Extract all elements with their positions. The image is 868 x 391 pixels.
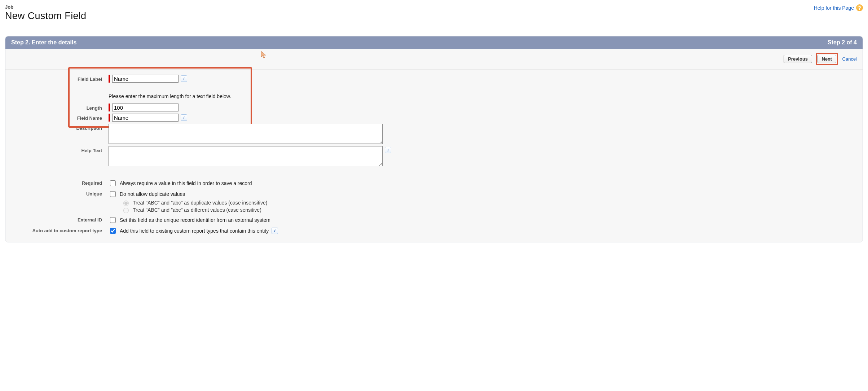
length-input[interactable] [112,104,179,111]
external-id-checkbox[interactable] [110,217,116,223]
unique-label: Unique [11,189,109,197]
unique-text: Do not allow duplicate values [120,191,185,197]
page-header: Job New Custom Field Help for this Page … [5,4,863,22]
cancel-link[interactable]: Cancel [842,56,857,62]
required-bar-icon [109,75,110,83]
wizard-step-header: Step 2. Enter the details Step 2 of 4 [5,36,863,49]
cursor-icon [261,51,267,59]
description-label: Description [11,124,109,131]
required-label: Required [11,179,109,186]
help-text-label: Help Text [11,146,109,153]
unique-cs-text: Treat "ABC" and "abc" as different value… [133,207,261,213]
help-for-page: Help for this Page ? [814,4,863,11]
unique-case-insensitive-radio[interactable] [123,201,129,206]
required-checkbox[interactable] [110,180,116,186]
breadcrumb: Job [5,4,86,10]
help-text-textarea[interactable] [109,146,383,166]
required-text: Always require a value in this field in … [120,180,252,186]
wizard-button-row: Previous Next Cancel [5,49,863,70]
previous-button[interactable]: Previous [784,55,812,63]
field-name-input[interactable] [112,114,179,122]
help-link[interactable]: Help for this Page [814,5,854,11]
unique-checkbox[interactable] [110,191,116,197]
description-textarea[interactable] [109,124,383,144]
unique-ci-text: Treat "ABC" and "abc" as duplicate value… [133,200,267,206]
external-id-text: Set this field as the unique record iden… [120,217,270,223]
auto-add-label: Auto add to custom report type [11,226,109,233]
info-icon[interactable]: i [181,75,187,82]
info-icon[interactable]: i [181,114,187,121]
next-button-highlight: Next [816,53,838,65]
info-icon[interactable]: i [385,147,391,153]
auto-add-text: Add this field to existing custom report… [120,228,269,234]
required-bar-icon [109,104,110,111]
wizard-form: Field Label i Please enter the maximum l… [5,70,863,242]
info-icon[interactable]: i [272,228,278,234]
help-icon[interactable]: ? [856,4,863,11]
field-label-label: Field Label [11,75,109,82]
length-label: Length [11,104,109,111]
required-bar-icon [109,114,110,122]
step-title: Step 2. Enter the details [11,39,76,46]
unique-case-sensitive-radio[interactable] [123,208,129,213]
external-id-label: External ID [11,215,109,223]
page-title: New Custom Field [5,10,86,22]
step-indicator: Step 2 of 4 [828,39,857,46]
wizard-panel: Step 2. Enter the details Step 2 of 4 Pr… [5,36,863,242]
auto-add-checkbox[interactable] [110,228,116,234]
length-helper-text: Please enter the maximum length for a te… [109,85,857,101]
field-name-label: Field Name [11,114,109,121]
field-label-input[interactable] [112,75,179,83]
next-button[interactable]: Next [818,55,836,63]
